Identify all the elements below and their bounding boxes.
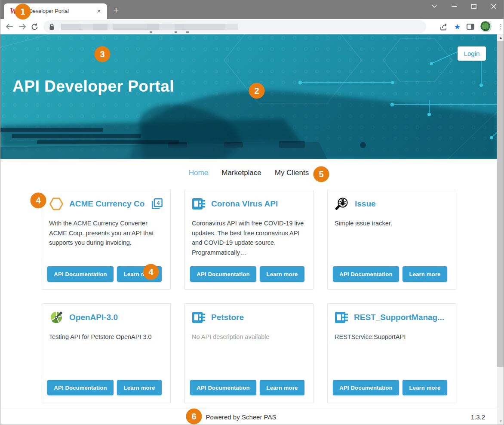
nav-item-marketplace[interactable]: Marketplace bbox=[221, 169, 261, 177]
close-button[interactable] bbox=[484, 0, 504, 13]
api-documentation-button[interactable]: API Documentation bbox=[190, 266, 256, 282]
callout-badge: 4 bbox=[31, 193, 46, 209]
card-title: issue bbox=[355, 199, 449, 209]
version-number: 1.3.2 bbox=[471, 413, 485, 421]
back-icon[interactable] bbox=[4, 21, 15, 32]
login-button[interactable]: Login bbox=[458, 46, 486, 61]
api-chip-icon bbox=[192, 197, 206, 210]
api-card-corona-virus: Corona Virus API Coronavirus API with fr… bbox=[184, 190, 313, 289]
redacted-url bbox=[61, 24, 238, 30]
learn-more-button[interactable]: Learn more bbox=[260, 266, 304, 282]
nav-item-my-clients[interactable]: My Clients bbox=[275, 169, 309, 177]
api-card-petstore: Petstore No API description available AP… bbox=[184, 303, 313, 403]
side-panel-icon[interactable] bbox=[467, 24, 474, 30]
browser-window: W Developer Portal × + bbox=[0, 0, 504, 425]
bug-search-icon bbox=[335, 197, 349, 211]
share-icon[interactable] bbox=[439, 23, 448, 31]
reload-icon[interactable] bbox=[29, 21, 40, 32]
tab-strip: W Developer Portal × + bbox=[0, 0, 504, 19]
openapi-icon bbox=[49, 310, 64, 325]
api-chip-icon bbox=[335, 311, 348, 324]
card-description: With the ACME Currency Converter ACME Co… bbox=[49, 219, 163, 248]
menu-dots-icon[interactable]: ⋮ bbox=[498, 25, 501, 29]
card-title: REST_SupportManag... bbox=[354, 313, 449, 322]
card-title: ACME Currency Co... bbox=[69, 199, 145, 209]
callout-badge: 5 bbox=[313, 166, 329, 182]
api-documentation-button[interactable]: API Documentation bbox=[333, 266, 399, 282]
profile-avatar[interactable] bbox=[480, 21, 492, 32]
card-title: Corona Virus API bbox=[211, 199, 306, 209]
api-card-issue: issue Simple issue tracker. API Document… bbox=[327, 190, 456, 289]
page-footer: Powered by Scheer PAS 1.3.2 bbox=[0, 409, 497, 425]
main-nav: Home Marketplace My Clients bbox=[0, 169, 497, 177]
hero-banner: API Developer Portal Login bbox=[0, 34, 497, 159]
callout-badge: 6 bbox=[186, 409, 202, 425]
scrollbar-thumb[interactable] bbox=[497, 41, 504, 367]
api-documentation-button[interactable]: API Documentation bbox=[47, 266, 114, 282]
lock-icon bbox=[49, 23, 55, 31]
card-description: Coronavirus API with free COVID-19 live … bbox=[192, 219, 306, 257]
svg-text:4: 4 bbox=[157, 200, 160, 206]
powered-by-text: Powered by Scheer PAS bbox=[206, 413, 277, 421]
learn-more-button[interactable]: Learn more bbox=[117, 380, 162, 395]
hexagon-icon bbox=[49, 197, 64, 211]
scroll-down-arrow-icon[interactable]: ▼ bbox=[497, 418, 504, 425]
card-description: RESTService:SupportAPI bbox=[335, 332, 449, 342]
card-description: Simple issue tracker. bbox=[335, 219, 449, 228]
callout-badge: 2 bbox=[249, 83, 265, 99]
card-title: Petstore bbox=[211, 313, 306, 322]
minimize-button[interactable] bbox=[444, 0, 464, 13]
api-chip-icon bbox=[192, 311, 206, 324]
api-documentation-button[interactable]: API Documentation bbox=[190, 380, 256, 395]
learn-more-button[interactable]: Learn more bbox=[403, 266, 447, 282]
card-description: Testing API for Petstore OpenAPI 3.0 bbox=[49, 332, 163, 342]
bookmark-star-icon[interactable]: ★ bbox=[454, 22, 461, 31]
address-bar[interactable] bbox=[43, 20, 426, 33]
api-documentation-button[interactable]: API Documentation bbox=[47, 380, 114, 395]
window-controls bbox=[424, 0, 504, 13]
hero-artwork bbox=[0, 34, 497, 159]
callout-badge: 1 bbox=[15, 4, 31, 20]
versions-icon: 4 bbox=[151, 198, 163, 210]
tab-title: Developer Portal bbox=[29, 8, 95, 14]
card-title: OpenAPI-3.0 bbox=[69, 313, 163, 322]
browser-toolbar: ★ ⋮ bbox=[0, 19, 504, 34]
learn-more-button[interactable]: Learn more bbox=[260, 380, 304, 395]
api-card-rest-supportmanager: REST_SupportManag... RESTService:Support… bbox=[327, 303, 456, 403]
tab-close-icon[interactable]: × bbox=[95, 7, 103, 15]
api-documentation-button[interactable]: API Documentation bbox=[333, 380, 399, 395]
callout-badge: 3 bbox=[95, 46, 111, 62]
chevron-down-icon[interactable] bbox=[424, 0, 444, 13]
scroll-up-arrow-icon[interactable]: ▲ bbox=[497, 34, 504, 41]
maximize-button[interactable] bbox=[464, 0, 484, 13]
vertical-scrollbar[interactable]: ▲ ▼ bbox=[497, 34, 504, 425]
portal-title: API Developer Portal bbox=[12, 77, 174, 95]
new-tab-button[interactable]: + bbox=[111, 6, 121, 15]
nav-item-home[interactable]: Home bbox=[189, 169, 208, 177]
callout-badge: 4 bbox=[143, 264, 159, 280]
forward-icon[interactable] bbox=[17, 21, 28, 32]
card-description: No API description available bbox=[192, 332, 306, 342]
api-card-openapi: OpenAPI-3.0 Testing API for Petstore Ope… bbox=[42, 303, 171, 403]
learn-more-button[interactable]: Learn more bbox=[403, 380, 447, 395]
